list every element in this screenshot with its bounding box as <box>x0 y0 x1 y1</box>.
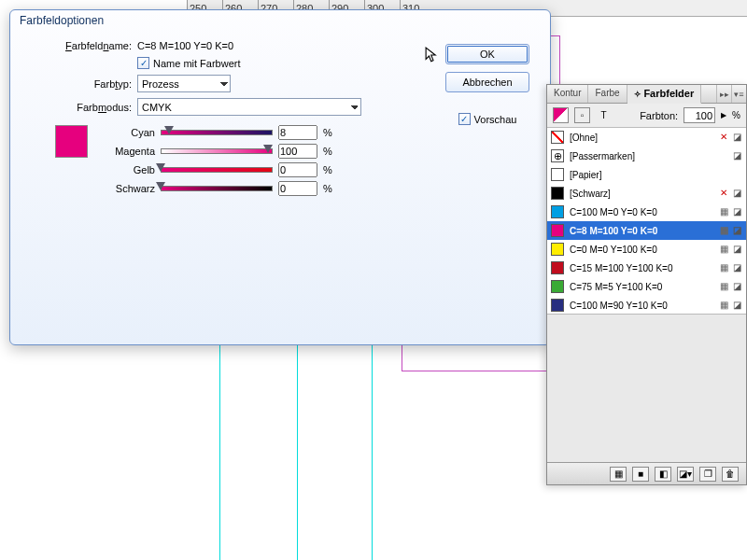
swatch-list[interactable]: [Ohne]✕◪[Passermarken]◪[Papier][Schwarz]… <box>547 128 746 315</box>
color-mode-select[interactable]: CMYK <box>137 98 361 116</box>
name-with-value-checkbox[interactable]: ✓ Name mit Farbwert <box>137 57 241 69</box>
swatch-name: C=100 M=0 Y=0 K=0 <box>570 207 712 217</box>
swatch-chip <box>551 224 564 237</box>
swatch-color-preview <box>55 125 88 158</box>
magenta-label: Magenta <box>99 146 155 157</box>
new-swatch-icon[interactable]: ❐ <box>699 467 716 482</box>
show-gradients-icon[interactable]: ◧ <box>655 467 671 482</box>
preview-label: Vorschau <box>474 114 517 125</box>
swatch-status-icons: ▦◪ <box>718 225 742 236</box>
pct-label: % <box>732 110 740 120</box>
pct-label: % <box>323 183 332 194</box>
swatch-row[interactable]: [Ohne]✕◪ <box>547 128 746 147</box>
magenta-input[interactable] <box>278 144 317 159</box>
swatch-chip <box>551 131 564 144</box>
swatch-chip <box>551 187 564 200</box>
swatch-chip <box>551 261 564 274</box>
delete-swatch-icon[interactable]: 🗑 <box>722 467 739 482</box>
swatch-status-icons: ▦◪ <box>718 262 742 273</box>
swatch-options-dialog: Farbfeldoptionen OK Abbrechen ✓ Vorschau… <box>9 9 551 345</box>
cyan-input[interactable] <box>278 125 317 140</box>
swatch-name: [Papier] <box>570 170 737 180</box>
swatch-name-label: Farbfeldname: <box>29 40 132 51</box>
tab-farbfelder[interactable]: ✧ Farbfelder <box>627 85 702 104</box>
farbton-input[interactable] <box>684 107 715 123</box>
swatch-row[interactable]: C=75 M=5 Y=100 K=0▦◪ <box>547 277 746 296</box>
cyan-label: Cyan <box>99 127 155 138</box>
swatch-row[interactable]: C=0 M=0 Y=100 K=0▦◪ <box>547 240 746 259</box>
show-all-icon[interactable]: ▦ <box>610 467 627 482</box>
swatch-status-icons: ▦◪ <box>718 300 742 311</box>
swatch-row[interactable]: C=8 M=100 Y=0 K=0▦◪ <box>547 221 746 240</box>
farbton-label: Farbton: <box>640 110 678 121</box>
pct-label: % <box>323 146 332 157</box>
swatch-status-icons: ✕◪ <box>718 132 742 143</box>
swatch-row[interactable]: C=100 M=0 Y=0 K=0▦◪ <box>547 203 746 221</box>
name-with-value-label: Name mit Farbwert <box>153 58 241 69</box>
ok-button[interactable]: OK <box>445 44 529 64</box>
cancel-button[interactable]: Abbrechen <box>445 72 529 92</box>
guide-vertical[interactable] <box>297 343 298 560</box>
swatch-name: C=8 M=100 Y=0 K=0 <box>570 226 712 236</box>
panel-menu-icon[interactable]: ▾≡ <box>731 85 746 103</box>
swatch-row[interactable]: C=100 M=90 Y=10 K=0▦◪ <box>547 296 746 315</box>
yellow-input[interactable] <box>278 162 317 177</box>
show-colors-icon[interactable]: ■ <box>632 467 649 482</box>
yellow-slider[interactable] <box>161 164 273 175</box>
pct-label: % <box>323 164 332 175</box>
swatch-name: [Passermarken] <box>570 151 726 161</box>
text-format-icon[interactable]: T <box>596 107 612 123</box>
color-type-select[interactable]: Prozess <box>137 75 231 92</box>
swatch-row[interactable]: C=15 M=100 Y=100 K=0▦◪ <box>547 259 746 277</box>
swatch-name: [Schwarz] <box>570 189 712 199</box>
tab-kontur[interactable]: Kontur <box>547 85 588 103</box>
tab-farbe[interactable]: Farbe <box>588 85 627 103</box>
preview-checkbox[interactable]: ✓ Vorschau <box>458 113 517 125</box>
swatches-panel: Kontur Farbe ✧ Farbfelder ▸▸ ▾≡ ▫ T Farb… <box>546 84 747 485</box>
swatch-name: C=100 M=90 Y=10 K=0 <box>570 301 712 311</box>
swatch-status-icons: ▦◪ <box>718 244 742 255</box>
swatch-name-value: C=8 M=100 Y=0 K=0 <box>137 40 233 51</box>
swatch-status-icons: ✕◪ <box>718 188 742 199</box>
swatch-status-icons: ▦◪ <box>718 281 742 292</box>
swatch-name: C=75 M=5 Y=100 K=0 <box>570 282 712 292</box>
farbton-arrow-icon[interactable]: ▶ <box>721 111 726 119</box>
swatch-status-icons: ▦◪ <box>718 206 742 217</box>
guide-vertical[interactable] <box>219 343 220 560</box>
new-swatch-menu-icon[interactable]: ◪▾ <box>677 467 694 482</box>
swatch-chip <box>551 299 564 312</box>
swatch-chip <box>551 205 564 218</box>
black-label: Schwarz <box>99 183 155 194</box>
panel-tabs: Kontur Farbe ✧ Farbfelder ▸▸ ▾≡ <box>547 85 746 104</box>
magenta-slider[interactable] <box>161 146 273 157</box>
swatch-name: C=0 M=0 Y=100 K=0 <box>570 245 712 255</box>
swatch-row[interactable]: [Schwarz]✕◪ <box>547 184 746 203</box>
swatch-chip <box>551 243 564 256</box>
black-input[interactable] <box>278 181 317 196</box>
guide-vertical[interactable] <box>372 343 373 560</box>
fill-stroke-icon[interactable] <box>553 107 569 123</box>
container-icon[interactable]: ▫ <box>574 107 590 123</box>
black-slider[interactable] <box>161 183 273 194</box>
swatch-chip <box>551 280 564 293</box>
pct-label: % <box>323 127 332 138</box>
swatch-status-icons: ◪ <box>731 150 742 161</box>
yellow-label: Gelb <box>99 164 155 175</box>
swatch-row[interactable]: [Papier] <box>547 165 746 184</box>
panel-collapse-icon[interactable]: ▸▸ <box>716 85 731 103</box>
swatch-name: [Ohne] <box>570 133 712 143</box>
panel-toolbar: ▫ T Farbton: ▶ % <box>547 104 746 128</box>
color-mode-label: Farbmodus: <box>0 102 132 113</box>
swatch-name: C=15 M=100 Y=100 K=0 <box>570 263 712 273</box>
swatch-chip <box>551 168 564 181</box>
panel-footer: ▦ ■ ◧ ◪▾ ❐ 🗑 <box>547 462 746 484</box>
dialog-title: Farbfeldoptionen <box>10 10 550 31</box>
color-type-label: Farbtyp: <box>29 78 132 90</box>
swatch-row[interactable]: [Passermarken]◪ <box>547 147 746 165</box>
cyan-slider[interactable] <box>161 127 273 138</box>
swatch-chip <box>551 149 564 162</box>
